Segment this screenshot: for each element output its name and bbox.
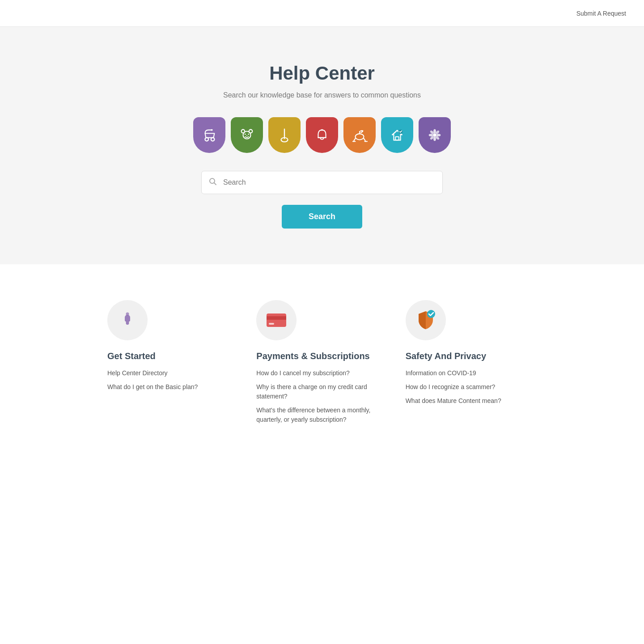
list-item: Help Center Directory [107,369,238,378]
card-safety: Safety And Privacy Information on COVID-… [406,300,537,429]
search-input[interactable] [201,171,443,194]
svg-point-2 [211,129,213,131]
hero-section: Help Center Search our knowledge base fo… [0,27,644,264]
main-content: Get Started Help Center Directory What d… [0,264,644,456]
payments-link-2[interactable]: Why is there a charge on my credit card … [256,383,367,400]
svg-point-5 [249,130,253,133]
svg-point-18 [433,137,436,141]
svg-rect-30 [269,323,274,325]
card-payments: Payments & Subscriptions How do I cancel… [256,300,387,429]
svg-point-13 [361,131,363,132]
search-icon [208,177,217,188]
cards-container: Get Started Help Center Directory What d… [107,300,537,429]
category-icon-alert[interactable] [306,117,338,153]
get-started-title: Get Started [107,351,238,361]
svg-point-16 [433,133,436,137]
svg-point-6 [245,134,246,135]
category-icon-cleaning[interactable] [268,117,301,153]
list-item: What do I get on the Basic plan? [107,382,238,392]
hero-title: Help Center [9,63,635,84]
category-icon-home[interactable] [381,117,413,153]
header: Submit A Request [0,0,644,27]
safety-link-2[interactable]: How do I recognize a scammer? [406,383,496,390]
svg-point-19 [429,134,433,136]
svg-point-20 [436,134,441,136]
payments-link-1[interactable]: How do I cancel my subscription? [256,369,350,377]
list-item: How do I cancel my subscription? [256,369,387,378]
svg-line-26 [214,183,216,185]
list-item: What does Mature Content mean? [406,396,537,406]
submit-request-link[interactable]: Submit A Request [576,10,626,17]
svg-point-17 [433,129,436,134]
list-item: How do I recognize a scammer? [406,382,537,392]
get-started-links: Help Center Directory What do I get on t… [107,369,238,392]
safety-icon-circle [406,300,446,340]
safety-link-1[interactable]: Information on COVID-19 [406,369,476,377]
safety-title: Safety And Privacy [406,351,537,361]
svg-point-11 [321,129,323,131]
svg-point-0 [205,138,209,141]
payments-title: Payments & Subscriptions [256,351,387,361]
category-icon-wellness[interactable] [419,117,451,153]
get-started-link-2[interactable]: What do I get on the Basic plan? [107,383,198,390]
svg-point-27 [126,313,129,316]
svg-rect-29 [267,316,286,320]
safety-links: Information on COVID-19 How do I recogni… [406,369,537,406]
category-icon-teddy-bear[interactable] [231,117,263,153]
category-icon-stroller[interactable] [193,117,225,153]
svg-point-12 [356,134,364,140]
svg-point-1 [211,138,215,141]
list-item: Why is there a charge on my credit card … [256,382,387,401]
svg-rect-14 [395,137,399,140]
category-icons-row [9,117,635,153]
get-started-icon-circle [107,300,148,340]
search-button[interactable]: Search [282,205,362,229]
svg-point-8 [246,135,247,136]
hero-subtitle: Search our knowledge base for answers to… [9,91,635,99]
card-get-started: Get Started Help Center Directory What d… [107,300,238,429]
svg-point-7 [248,134,249,135]
list-item: What's the difference between a monthly,… [256,406,387,424]
list-item: Information on COVID-19 [406,369,537,378]
search-form [201,171,443,194]
svg-rect-28 [267,314,286,327]
payments-link-3[interactable]: What's the difference between a monthly,… [256,407,370,423]
svg-point-31 [427,310,435,318]
safety-link-3[interactable]: What does Mature Content mean? [406,397,501,404]
category-icon-rocking-horse[interactable] [343,117,376,153]
svg-point-4 [242,130,245,133]
payments-links: How do I cancel my subscription? Why is … [256,369,387,424]
get-started-link-1[interactable]: Help Center Directory [107,369,168,377]
payments-icon-circle [256,300,297,340]
